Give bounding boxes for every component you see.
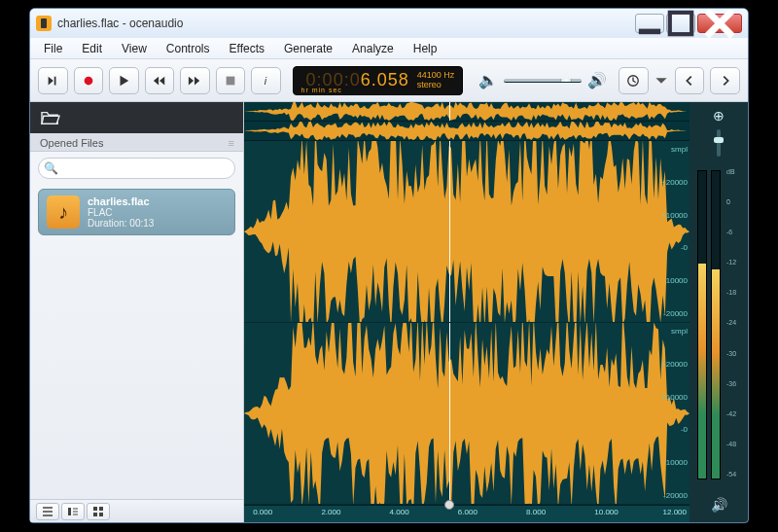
volume-slider[interactable] bbox=[504, 79, 582, 83]
waveform-main[interactable]: smpl +20000 +10000 -0 -10000 -20000 smpl… bbox=[244, 102, 690, 522]
music-note-icon: ♪ bbox=[47, 195, 80, 229]
nav-forward-button[interactable] bbox=[710, 67, 740, 94]
titlebar: charlies.flac - ocenaudio bbox=[30, 9, 748, 38]
overview-wave-left bbox=[244, 102, 690, 121]
time-tick: 4.000 bbox=[390, 508, 409, 516]
close-button[interactable] bbox=[697, 14, 742, 33]
svg-rect-1 bbox=[670, 13, 691, 34]
window-title: charlies.flac - ocenaudio bbox=[57, 17, 635, 30]
app-icon bbox=[36, 16, 52, 31]
fast-forward-button[interactable] bbox=[180, 67, 210, 94]
meter-right bbox=[711, 170, 721, 479]
svg-rect-7 bbox=[93, 507, 97, 511]
menu-file[interactable]: File bbox=[36, 40, 70, 57]
menu-help[interactable]: Help bbox=[406, 40, 445, 57]
menu-view[interactable]: View bbox=[114, 40, 155, 57]
menu-effects[interactable]: Effects bbox=[222, 40, 272, 57]
time-tick: 10.000 bbox=[594, 508, 618, 516]
window-controls bbox=[635, 14, 742, 33]
svg-point-2 bbox=[84, 76, 92, 85]
svg-rect-3 bbox=[226, 76, 234, 85]
channel-right-track[interactable]: smpl +20000 +10000 -0 -10000 -20000 bbox=[244, 323, 690, 505]
stop-button[interactable] bbox=[216, 67, 246, 94]
svg-rect-6 bbox=[68, 508, 71, 515]
timecode-meta: 44100 Hz stereo bbox=[417, 71, 455, 90]
volume-low-icon: 🔈 bbox=[478, 71, 498, 89]
menu-generate[interactable]: Generate bbox=[276, 40, 340, 57]
overview-track-right[interactable] bbox=[244, 122, 690, 141]
channel-right-wave bbox=[244, 323, 690, 504]
info-button[interactable]: i bbox=[251, 67, 281, 94]
time-tick: 12.000 bbox=[663, 508, 687, 516]
amp-scale-right: smpl +20000 +10000 -0 -10000 -20000 bbox=[649, 323, 688, 504]
overview-track-left[interactable] bbox=[244, 102, 690, 122]
channel-left-track[interactable]: smpl +20000 +10000 -0 -10000 -20000 bbox=[244, 141, 690, 323]
play-button[interactable] bbox=[109, 67, 139, 94]
meter-left bbox=[697, 170, 707, 479]
view-detail-button[interactable] bbox=[61, 503, 85, 520]
record-button[interactable] bbox=[74, 67, 104, 94]
menu-analyze[interactable]: Analyze bbox=[344, 40, 402, 57]
db-scale: dB 0 -6 -12 -18 -24 -30 -36 -42 -48 -54 bbox=[726, 166, 736, 483]
history-dropdown-icon[interactable] bbox=[654, 67, 669, 94]
timecode-display: 0:00:06.058 hr min sec 44100 Hz stereo bbox=[293, 66, 464, 95]
opened-file-item[interactable]: ♪ charlies.flac FLAC Duration: 00:13 bbox=[38, 189, 235, 235]
overview-wave-right bbox=[244, 122, 690, 140]
volume-thumb[interactable] bbox=[560, 79, 572, 83]
menubar: File Edit View Controls Effects Generate… bbox=[30, 38, 748, 59]
time-tick: 2.000 bbox=[321, 508, 340, 516]
time-tick: 6.000 bbox=[458, 508, 477, 516]
minimize-button[interactable] bbox=[635, 14, 664, 33]
folder-open-icon bbox=[40, 109, 61, 126]
view-list-button[interactable] bbox=[36, 503, 59, 520]
opened-files-label: Opened Files bbox=[40, 137, 103, 149]
panel-grip-icon[interactable]: ≡ bbox=[229, 137, 233, 149]
view-grid-button[interactable] bbox=[87, 503, 110, 520]
waveform-area: smpl +20000 +10000 -0 -10000 -20000 smpl… bbox=[244, 102, 748, 522]
volume-high-icon: 🔊 bbox=[587, 71, 607, 89]
svg-rect-8 bbox=[99, 507, 103, 511]
svg-rect-9 bbox=[93, 513, 97, 516]
channel-left-wave bbox=[244, 141, 690, 322]
sidebar: Opened Files ≡ 🔍 ♪ charlies.flac FLAC Du… bbox=[30, 102, 244, 522]
svg-text:i: i bbox=[265, 74, 267, 86]
file-name: charlies.flac bbox=[88, 195, 154, 207]
time-tick: 0.000 bbox=[253, 508, 272, 516]
time-tick: 8.000 bbox=[526, 508, 546, 516]
zoom-slider[interactable] bbox=[717, 129, 721, 157]
file-format: FLAC bbox=[88, 207, 154, 218]
right-panel: ⊕ dB 0 -6 -12 -18 -24 -30 - bbox=[690, 102, 748, 522]
rewind-button[interactable] bbox=[145, 67, 175, 94]
search-input[interactable] bbox=[38, 158, 235, 179]
search-icon: 🔍 bbox=[44, 161, 58, 175]
toolbar: i 0:00:06.058 hr min sec 44100 Hz stereo… bbox=[30, 59, 748, 102]
maximize-button[interactable] bbox=[666, 14, 695, 33]
opened-files-header: Opened Files ≡ bbox=[30, 133, 243, 152]
speaker-icon[interactable]: 🔊 bbox=[711, 493, 727, 516]
search-wrap: 🔍 bbox=[30, 152, 243, 185]
app-window: charlies.flac - ocenaudio File Edit View… bbox=[29, 8, 749, 523]
time-ruler[interactable]: 0.0002.0004.0006.0008.00010.00012.000 bbox=[244, 505, 690, 522]
svg-rect-0 bbox=[639, 29, 660, 35]
content: Opened Files ≡ 🔍 ♪ charlies.flac FLAC Du… bbox=[30, 102, 748, 522]
nav-back-button[interactable] bbox=[675, 67, 705, 94]
volume-control: 🔈 🔊 bbox=[478, 71, 607, 89]
menu-edit[interactable]: Edit bbox=[74, 40, 110, 57]
history-button[interactable] bbox=[619, 67, 649, 94]
menu-controls[interactable]: Controls bbox=[159, 40, 218, 57]
channels-label: stereo bbox=[417, 81, 455, 90]
zoom-in-icon[interactable]: ⊕ bbox=[713, 108, 725, 124]
svg-rect-10 bbox=[99, 513, 103, 516]
sidebar-footer bbox=[30, 499, 243, 522]
amp-scale-left: smpl +20000 +10000 -0 -10000 -20000 bbox=[649, 141, 688, 322]
file-duration: Duration: 00:13 bbox=[88, 218, 154, 229]
playhead-handle[interactable] bbox=[444, 500, 454, 510]
timecode-unit-labels: hr min sec bbox=[301, 87, 342, 93]
folder-header[interactable] bbox=[30, 102, 243, 133]
level-meters bbox=[695, 166, 723, 483]
goto-start-button[interactable] bbox=[38, 67, 68, 94]
